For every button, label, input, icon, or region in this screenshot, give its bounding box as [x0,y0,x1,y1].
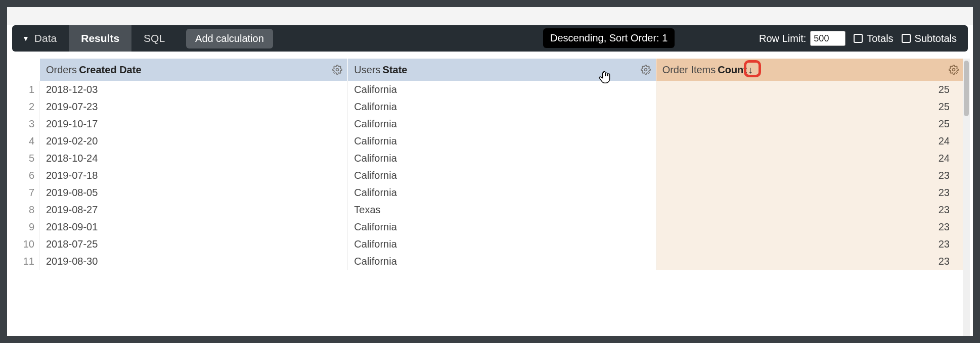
toolbar-right: Row Limit: Totals Subtotals [759,31,968,46]
cell-created-date[interactable]: 2019-08-05 [39,184,347,201]
row-number: 7 [12,184,39,201]
results-grid: Orders Created Date Users State Order It… [12,59,964,270]
row-limit: Row Limit: [759,31,845,46]
explore-panel: ▼ Data Results SQL Add calculation Row L… [7,7,973,336]
tab-sql-label: SQL [144,32,165,44]
tab-results-label: Results [81,32,119,44]
cell-created-date[interactable]: 2019-08-27 [39,201,347,218]
tab-data-label: Data [34,32,57,44]
cell-count[interactable]: 25 [656,81,964,98]
cell-created-date[interactable]: 2018-07-25 [39,235,347,253]
highlight-ring-icon [744,60,761,77]
sort-tooltip: Descending, Sort Order: 1 [543,28,675,48]
cell-created-date[interactable]: 2018-12-03 [39,81,347,98]
checkbox-icon [854,34,863,43]
row-limit-input[interactable] [810,31,845,46]
gear-icon[interactable] [641,65,651,75]
cell-created-date[interactable]: 2019-07-23 [39,98,347,115]
cell-count[interactable]: 23 [656,184,964,201]
cell-count[interactable]: 25 [656,98,964,115]
checkbox-icon [902,34,911,43]
row-number: 11 [12,253,39,270]
vertical-scrollbar[interactable] [963,59,970,336]
row-number: 3 [12,115,39,132]
row-number: 4 [12,132,39,150]
cell-count[interactable]: 23 [656,235,964,253]
cell-count[interactable]: 23 [656,167,964,184]
svg-point-1 [644,69,647,71]
cell-state[interactable]: Texas [347,201,655,218]
row-number: 10 [12,235,39,253]
svg-point-2 [952,69,955,71]
add-calculation-button[interactable]: Add calculation [186,29,273,48]
cell-created-date[interactable]: 2018-10-24 [39,150,347,167]
row-number: 8 [12,201,39,218]
cell-created-date[interactable]: 2018-09-01 [39,218,347,235]
column-header-users-state[interactable]: Users State [347,59,655,81]
results-grid-wrap: Orders Created Date Users State Order It… [7,59,973,336]
caret-down-icon: ▼ [22,34,29,42]
cell-created-date[interactable]: 2019-02-20 [39,132,347,150]
totals-label: Totals [867,33,893,44]
cell-state[interactable]: California [347,81,655,98]
row-number: 5 [12,150,39,167]
cell-state[interactable]: California [347,150,655,167]
top-spacer [7,7,973,25]
cell-state[interactable]: California [347,115,655,132]
subtotals-checkbox[interactable]: Subtotals [902,33,957,44]
cell-count[interactable]: 24 [656,150,964,167]
totals-checkbox[interactable]: Totals [854,33,893,44]
cell-count[interactable]: 24 [656,132,964,150]
cell-created-date[interactable]: 2019-10-17 [39,115,347,132]
cell-state[interactable]: California [347,167,655,184]
row-number: 9 [12,218,39,235]
cell-state[interactable]: California [347,253,655,270]
svg-point-0 [336,69,339,71]
cell-created-date[interactable]: 2019-07-18 [39,167,347,184]
column-header-order-items-count[interactable]: Order Items Count ↓ [656,59,964,81]
sort-indicator[interactable]: ↓ [748,64,753,76]
scrollbar-thumb[interactable] [964,61,969,116]
row-number: 6 [12,167,39,184]
cell-count[interactable]: 25 [656,115,964,132]
gear-icon[interactable] [949,65,959,75]
gear-icon[interactable] [332,65,342,75]
column-header-orders-created-date[interactable]: Orders Created Date [39,59,347,81]
cell-count[interactable]: 23 [656,201,964,218]
cell-state[interactable]: California [347,184,655,201]
row-number: 2 [12,98,39,115]
cell-count[interactable]: 23 [656,253,964,270]
tab-sql[interactable]: SQL [131,25,177,52]
row-number: 1 [12,81,39,98]
row-limit-label: Row Limit: [759,33,806,44]
cell-count[interactable]: 23 [656,218,964,235]
column-header-rownum [12,59,39,81]
subtotals-label: Subtotals [915,33,957,44]
cell-state[interactable]: California [347,98,655,115]
cell-state[interactable]: California [347,132,655,150]
tab-results[interactable]: Results [69,25,131,52]
cell-state[interactable]: California [347,218,655,235]
results-toolbar: ▼ Data Results SQL Add calculation Row L… [12,25,968,52]
tab-data[interactable]: ▼ Data [12,25,69,52]
cell-created-date[interactable]: 2019-08-30 [39,253,347,270]
cell-state[interactable]: California [347,235,655,253]
